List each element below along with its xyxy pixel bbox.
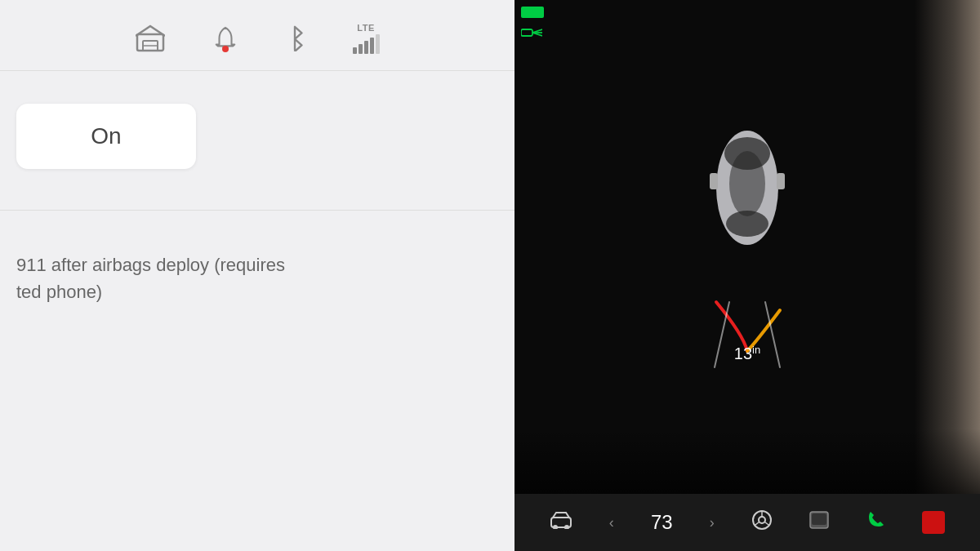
menu-icon[interactable]: [809, 511, 829, 534]
svg-rect-0: [137, 34, 163, 51]
real-world-overlay: [915, 0, 980, 551]
svg-point-18: [759, 517, 765, 523]
svg-text:13in: 13in: [734, 344, 760, 363]
nav-car-icon[interactable]: [550, 511, 572, 534]
signal-indicator: LTE: [353, 23, 380, 54]
speed-value: 73: [651, 511, 673, 534]
speed-display: 73: [651, 511, 673, 534]
svg-rect-23: [812, 513, 826, 525]
autopilot-icon[interactable]: [751, 509, 773, 535]
headlight-icon: [521, 26, 544, 42]
left-panel: LTE On 911 after airbags deploy (require…: [0, 0, 514, 551]
garage-icon: [136, 24, 165, 52]
signal-bar-5: [376, 34, 380, 54]
emergency-button[interactable]: [922, 511, 945, 534]
signal-bar-1: [353, 47, 357, 54]
signal-bar-4: [370, 38, 374, 54]
speed-decrease-button[interactable]: ‹: [609, 514, 614, 531]
garage-icon-wrap[interactable]: [136, 24, 165, 52]
car-top-view-svg: 13in: [666, 65, 829, 375]
signal-bars: [353, 34, 380, 54]
notification-dot: [222, 46, 229, 52]
green-status-indicator: [521, 7, 544, 42]
middle-divider: [0, 210, 514, 211]
phone-icon[interactable]: [866, 510, 885, 535]
speed-increase-button[interactable]: ›: [710, 514, 715, 531]
right-panel: 13in ‹ 73 ›: [514, 0, 980, 551]
description-line2: ted phone): [16, 278, 498, 305]
green-status-bar: [521, 7, 544, 18]
svg-rect-3: [521, 29, 532, 36]
svg-line-21: [764, 522, 769, 527]
signal-bar-2: [359, 44, 363, 54]
svg-rect-10: [710, 173, 718, 189]
svg-rect-11: [777, 173, 785, 189]
svg-line-20: [754, 522, 759, 527]
lte-label: LTE: [357, 23, 374, 33]
bluetooth-icon-wrap[interactable]: [286, 25, 304, 51]
bottom-gradient: [514, 429, 980, 494]
on-section: On: [0, 71, 514, 202]
bottom-nav-bar: ‹ 73 ›: [514, 494, 980, 551]
description-text: 911 after airbags deploy (requires ted p…: [0, 219, 514, 305]
bluetooth-icon: [286, 25, 304, 51]
svg-point-16: [564, 525, 569, 529]
car-visualization: 13in: [666, 65, 829, 375]
svg-point-15: [553, 525, 558, 529]
notification-icon-wrap[interactable]: [214, 26, 237, 51]
svg-point-12: [729, 151, 765, 216]
on-button-label: On: [91, 123, 121, 149]
top-bar: LTE: [0, 0, 514, 70]
description-line1: 911 after airbags deploy (requires: [16, 251, 498, 278]
on-button[interactable]: On: [16, 104, 196, 169]
signal-bar-3: [364, 41, 368, 54]
